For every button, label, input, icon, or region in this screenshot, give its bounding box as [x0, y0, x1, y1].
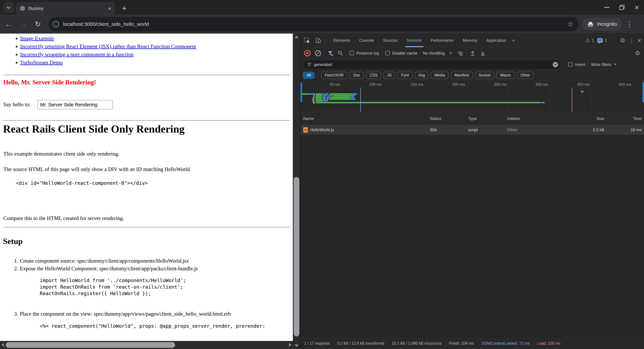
waterfall-bar: [333, 95, 351, 97]
cell-name[interactable]: <>HelloWorld.js: [300, 125, 427, 135]
record-network-log-button[interactable]: [304, 50, 310, 56]
preserve-log-checkbox[interactable]: [350, 51, 354, 55]
window-close-button[interactable]: ×: [634, 4, 639, 11]
cell-status[interactable]: 304: [427, 125, 466, 135]
column-divider[interactable]: [504, 112, 505, 337]
clear-network-log-button[interactable]: [315, 50, 321, 56]
say-hello-label: Say hello to:: [3, 101, 30, 108]
horizontal-scrollbar-thumb[interactable]: [6, 342, 175, 348]
back-button[interactable]: ←: [4, 20, 13, 28]
vertical-scrollbar-thumb[interactable]: [294, 177, 299, 336]
tab-close-icon[interactable]: ×: [108, 6, 111, 11]
column-header-type[interactable]: Type: [466, 112, 504, 125]
column-header-time[interactable]: Time: [607, 112, 644, 125]
filter-chip-manifest[interactable]: Manifest: [451, 72, 473, 79]
filter-text[interactable]: generated: [314, 62, 332, 67]
filter-chip-css[interactable]: CSS: [366, 72, 381, 79]
filter-chip-img[interactable]: Img: [415, 72, 428, 79]
waterfall-bar: [541, 102, 545, 103]
say-hello-input[interactable]: [38, 100, 113, 109]
column-header-status[interactable]: Status: [427, 112, 466, 125]
warning-icon[interactable]: ⚠: [585, 38, 590, 43]
filter-chip-all[interactable]: All: [303, 72, 314, 79]
tab-sources[interactable]: Sources: [378, 34, 402, 47]
network-conditions-icon[interactable]: [457, 50, 464, 56]
devtools-close-icon[interactable]: ×: [638, 37, 641, 44]
tab-performance[interactable]: Performance: [426, 34, 458, 47]
network-settings-gear-icon[interactable]: ⚙: [635, 50, 640, 56]
horizontal-scrollbar[interactable]: [0, 341, 293, 349]
timeline-left-grip[interactable]: [300, 82, 302, 102]
column-divider[interactable]: [567, 112, 567, 337]
export-har-icon[interactable]: [480, 50, 486, 56]
site-info-icon[interactable]: i: [53, 21, 59, 27]
browser-menu-kebab-icon[interactable]: ⋮: [626, 20, 633, 28]
filter-input[interactable]: generated ×: [304, 60, 560, 69]
timeline-right-grip[interactable]: [642, 82, 644, 102]
filter-chip-doc[interactable]: Doc: [350, 72, 364, 79]
tab-application[interactable]: Application: [482, 34, 510, 47]
web-page: Image ExampleIncorrectly returning React…: [0, 34, 293, 349]
scroll-right-arrow[interactable]: [289, 343, 292, 347]
console-message-icon[interactable]: [598, 38, 603, 43]
clear-filter-icon[interactable]: ×: [553, 62, 558, 67]
scroll-down-arrow[interactable]: [294, 344, 298, 347]
window-minimize-button[interactable]: [604, 7, 609, 8]
more-filters-caret-icon[interactable]: ▼: [614, 63, 617, 66]
reload-button[interactable]: ↻: [34, 21, 42, 28]
browser-tab[interactable]: Dummy ×: [16, 2, 115, 15]
new-tab-button[interactable]: +: [120, 3, 129, 13]
disable-cache-checkbox[interactable]: [385, 51, 390, 55]
url-text[interactable]: localhost:3000/client_side_hello_world: [63, 21, 567, 27]
list-item: Incorrectly returning React Element (JSX…: [20, 42, 196, 50]
throttling-select[interactable]: No throttling: [423, 51, 444, 56]
scroll-up-arrow[interactable]: [294, 36, 298, 38]
network-overview-timeline[interactable]: 50 ms100 ms150 ms200 ms250 ms300 ms350 m…: [300, 81, 644, 112]
filter-chip-other[interactable]: Other: [517, 72, 534, 79]
tab-search-button[interactable]: [3, 2, 14, 13]
devtools-settings-gear-icon[interactable]: ⚙: [620, 38, 625, 44]
column-header-initiator[interactable]: Initiator: [504, 112, 567, 125]
bookmark-star-icon[interactable]: ☆: [567, 21, 574, 28]
page-link[interactable]: Incorrectly returning React Element (JSX…: [20, 43, 196, 49]
cell-size[interactable]: 0.2 kB: [567, 125, 607, 135]
page-link[interactable]: Incorrectly wrapping a pure component in…: [20, 51, 134, 57]
import-har-icon[interactable]: [470, 50, 476, 56]
filter-funnel-icon[interactable]: [327, 50, 333, 56]
table-row[interactable]: <>HelloWorld.js304scriptOther0.2 kB16 ms: [300, 125, 644, 135]
filter-chip-fetchxhr[interactable]: Fetch/XHR: [321, 72, 347, 79]
cell-time[interactable]: 16 ms: [607, 125, 644, 135]
filter-chip-font[interactable]: Font: [398, 72, 412, 79]
tab-elements[interactable]: Elements: [329, 34, 355, 47]
tab-console[interactable]: Console: [355, 34, 378, 47]
scroll-left-arrow[interactable]: [1, 343, 4, 347]
invert-checkbox[interactable]: [568, 62, 573, 67]
cell-initiator[interactable]: Other: [504, 125, 567, 135]
vertical-scrollbar[interactable]: [293, 34, 300, 349]
more-filters-button[interactable]: More filters: [591, 62, 611, 67]
column-header-name[interactable]: Name: [300, 112, 427, 125]
search-icon[interactable]: [337, 50, 343, 56]
tab-network[interactable]: Network: [402, 34, 426, 47]
tab-memory[interactable]: Memory: [458, 34, 482, 47]
throttling-caret-icon[interactable]: ▼: [449, 51, 452, 55]
device-toolbar-icon[interactable]: [314, 36, 323, 45]
filter-chip-wasm[interactable]: Wasm: [496, 72, 514, 79]
filter-chip-js[interactable]: JS: [384, 72, 395, 79]
devtools-menu-kebab-icon[interactable]: ⋮: [629, 37, 634, 44]
filter-chip-socket[interactable]: Socket: [475, 72, 494, 79]
cell-type[interactable]: script: [466, 125, 504, 135]
column-header-size[interactable]: Size: [567, 112, 607, 125]
forward-button[interactable]: →: [19, 20, 28, 28]
page-link[interactable]: Image Example: [20, 35, 54, 41]
url-bar[interactable]: i localhost:3000/client_side_hello_world…: [48, 17, 578, 31]
window-restore-button[interactable]: [619, 5, 624, 10]
preserve-log-label: Preserve log: [356, 51, 379, 56]
inspect-element-icon[interactable]: [302, 36, 312, 45]
filter-chip-media[interactable]: Media: [431, 72, 448, 79]
more-tabs-button[interactable]: »: [511, 38, 516, 43]
content-area: Image ExampleIncorrectly returning React…: [0, 34, 644, 349]
page-link[interactable]: TurboStream Demo: [20, 59, 63, 66]
waterfall-bar: [315, 97, 322, 98]
horizontal-rule: [3, 75, 290, 75]
